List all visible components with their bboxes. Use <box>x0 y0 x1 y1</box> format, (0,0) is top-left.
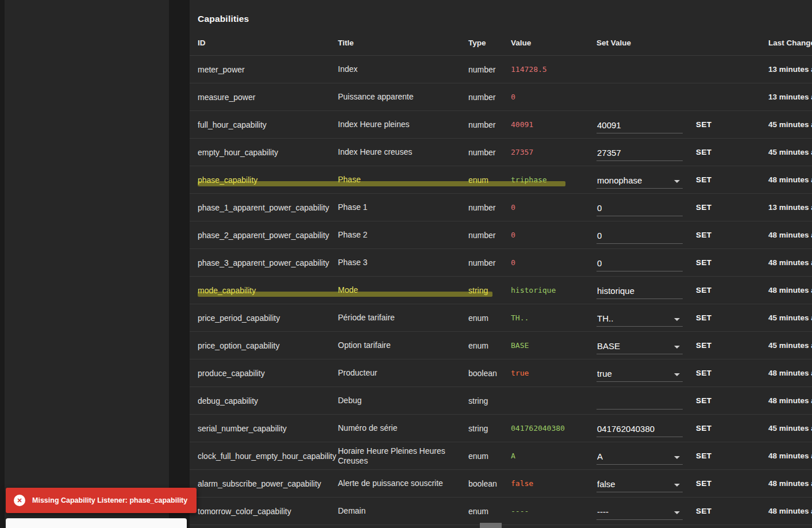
capability-id: price_period_capability <box>198 313 338 323</box>
set-value-input[interactable]: 40091 <box>597 116 683 133</box>
set-value-text: 0 <box>597 258 602 268</box>
capability-value: historique <box>511 286 597 294</box>
toast-message: Missing Capability Listener: phase_capab… <box>32 496 187 504</box>
capability-value: true <box>511 369 597 377</box>
error-icon: ✕ <box>14 495 25 506</box>
capability-type: string <box>468 286 511 295</box>
set-button[interactable]: SET <box>696 226 716 244</box>
capability-type: number <box>468 93 511 102</box>
main-content: Capabilities ID Title Type Value Set Val… <box>190 0 812 528</box>
capability-type: number <box>468 258 511 267</box>
set-button[interactable]: SET <box>696 447 716 465</box>
set-button-cell: SET <box>696 171 768 189</box>
capability-value: 40091 <box>511 120 597 129</box>
set-button[interactable]: SET <box>696 364 716 382</box>
set-button-cell: SET <box>696 364 768 382</box>
table-row: phase_capability Phase enum triphase mon… <box>190 166 812 194</box>
table-header: ID Title Type Value Set Value Last Chang… <box>190 30 812 56</box>
set-button[interactable]: SET <box>696 475 716 492</box>
last-changed: 48 minutes ago <box>768 231 812 239</box>
set-value-select[interactable]: BASE <box>597 337 683 354</box>
column-header-set-value: Set Value <box>597 39 696 47</box>
set-value-select[interactable]: A <box>597 447 683 465</box>
set-button-cell: SET <box>696 419 768 437</box>
set-value-text: monophase <box>597 175 642 185</box>
set-button[interactable]: SET <box>696 116 716 133</box>
set-value-cell: A <box>597 447 696 465</box>
set-value-cell: 40091 <box>597 116 696 133</box>
set-value-input[interactable]: 0 <box>597 254 683 271</box>
capability-type: enum <box>468 175 511 185</box>
set-value-input[interactable]: 27357 <box>597 144 683 161</box>
capability-title: Phase 3 <box>338 258 468 267</box>
capability-title: Index Heure pleines <box>338 120 468 129</box>
set-button[interactable]: SET <box>696 198 716 216</box>
set-button[interactable]: SET <box>696 281 716 299</box>
capability-title: Phase 1 <box>338 202 468 212</box>
set-button[interactable]: SET <box>696 171 716 189</box>
set-button[interactable]: SET <box>696 392 716 410</box>
capability-type: enum <box>468 313 511 323</box>
set-button[interactable]: SET <box>696 336 716 354</box>
set-button-cell: SET <box>696 281 768 299</box>
set-value-input[interactable]: 0 <box>597 199 683 216</box>
sidebar <box>5 0 169 528</box>
set-button[interactable]: SET <box>696 419 716 437</box>
capability-id: full_hour_capability <box>198 120 338 129</box>
set-button-cell: SET <box>696 226 768 244</box>
set-button[interactable]: SET <box>696 254 716 271</box>
set-value-cell: 0 <box>597 199 696 216</box>
set-value-select[interactable]: true <box>597 365 683 382</box>
set-value-select[interactable]: false <box>597 475 683 492</box>
set-value-cell <box>597 392 696 410</box>
capability-title: Phase <box>338 175 468 185</box>
last-changed: 48 minutes ago <box>768 479 812 488</box>
set-value-text: 40091 <box>597 120 621 130</box>
last-changed: 45 minutes ago <box>768 313 812 322</box>
set-button[interactable]: SET <box>696 309 716 327</box>
set-button[interactable]: SET <box>696 143 716 161</box>
capability-id: debug_capability <box>198 396 338 405</box>
table-row: phase_2_apparent_power_capability Phase … <box>190 221 812 249</box>
horizontal-scrollbar-thumb[interactable] <box>480 523 502 528</box>
last-changed: 48 minutes ago <box>768 286 812 294</box>
capability-title: Horaire Heure Pleines Heures Creuses <box>338 446 468 466</box>
set-value-text: true <box>597 369 612 378</box>
set-value-input[interactable]: historique <box>597 282 683 299</box>
chevron-down-icon <box>674 373 680 376</box>
table-row: meter_power Index number 114728.5 13 min… <box>190 56 812 83</box>
set-button-cell: SET <box>696 309 768 327</box>
set-value-input[interactable]: 041762040380 <box>597 420 683 437</box>
set-button-cell: SET <box>696 198 768 216</box>
capability-value: 27357 <box>511 148 597 156</box>
last-changed: 48 minutes ago <box>768 258 812 267</box>
set-value-text: TH.. <box>597 313 613 323</box>
last-changed: 48 minutes ago <box>768 369 812 377</box>
set-value-input[interactable] <box>597 392 683 410</box>
set-button-cell: SET <box>696 116 768 133</box>
toast: ✕ Missing Capability Listener: phase_cap… <box>6 488 197 513</box>
column-header-id: ID <box>198 39 338 47</box>
set-value-text: 0 <box>597 203 602 213</box>
set-button-cell: SET <box>696 254 768 271</box>
capability-id: serial_number_capability <box>198 424 338 433</box>
set-value-text: 0 <box>597 231 602 240</box>
set-button[interactable]: SET <box>696 502 716 520</box>
table-row: serial_number_capability Numéro de série… <box>190 415 812 442</box>
set-value-input[interactable]: 0 <box>597 227 683 244</box>
set-value-select[interactable]: monophase <box>597 171 683 189</box>
set-value-text: A <box>597 452 603 461</box>
table-row: full_hour_capability Index Heure pleines… <box>190 111 812 139</box>
set-value-select[interactable]: TH.. <box>597 309 683 327</box>
capability-title: Période tarifaire <box>338 313 468 323</box>
last-changed: 13 minutes ago <box>768 93 812 101</box>
capability-value: A <box>511 452 597 460</box>
capability-value: false <box>511 479 597 488</box>
capability-title: Puissance apparente <box>338 92 468 102</box>
capability-title: Demain <box>338 506 468 516</box>
set-value-select[interactable]: ---- <box>597 503 683 520</box>
set-value-text: 041762040380 <box>597 424 655 434</box>
set-value-cell: 27357 <box>597 144 696 161</box>
set-value-cell: false <box>597 475 696 492</box>
last-changed: 13 minutes ago <box>768 65 812 74</box>
